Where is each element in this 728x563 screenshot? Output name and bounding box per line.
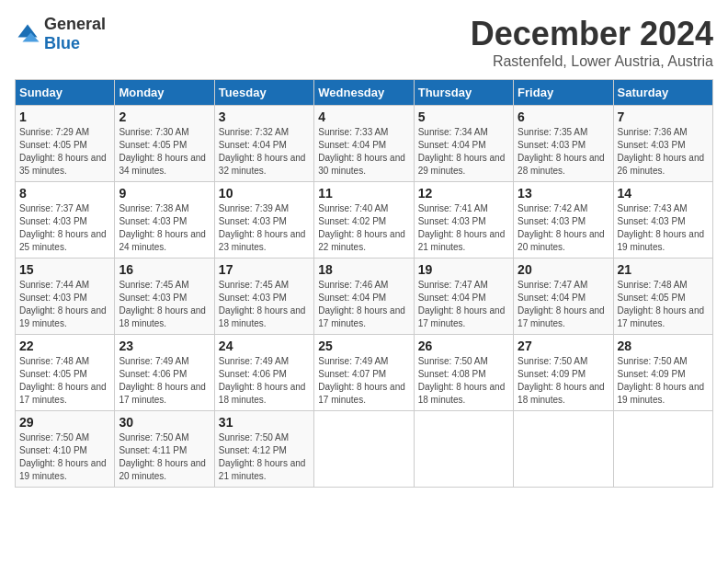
day-number: 28 — [618, 339, 709, 353]
calendar-cell: 6 Sunrise: 7:35 AMSunset: 4:03 PMDayligh… — [514, 106, 613, 182]
calendar-cell: 29 Sunrise: 7:50 AMSunset: 4:10 PMDaylig… — [16, 411, 115, 488]
calendar-cell: 3 Sunrise: 7:32 AMSunset: 4:04 PMDayligh… — [214, 106, 313, 182]
calendar-cell: 24 Sunrise: 7:49 AMSunset: 4:06 PMDaylig… — [214, 335, 313, 411]
day-info: Sunrise: 7:49 AMSunset: 4:06 PMDaylight:… — [219, 356, 306, 405]
month-title: December 2024 — [471, 15, 713, 53]
day-number: 17 — [219, 262, 310, 277]
calendar-week-row: 1 Sunrise: 7:29 AMSunset: 4:05 PMDayligh… — [16, 106, 713, 182]
calendar-cell: 26 Sunrise: 7:50 AMSunset: 4:08 PMDaylig… — [414, 335, 513, 411]
day-info: Sunrise: 7:30 AMSunset: 4:05 PMDaylight:… — [119, 127, 206, 176]
calendar-cell — [613, 411, 712, 488]
day-info: Sunrise: 7:34 AMSunset: 4:04 PMDaylight:… — [418, 127, 506, 176]
day-number: 12 — [418, 186, 509, 201]
day-number: 4 — [318, 109, 409, 124]
day-info: Sunrise: 7:47 AMSunset: 4:04 PMDaylight:… — [518, 280, 605, 328]
day-number: 24 — [219, 339, 310, 353]
day-info: Sunrise: 7:47 AMSunset: 4:04 PMDaylight:… — [418, 280, 506, 328]
day-info: Sunrise: 7:44 AMSunset: 4:03 PMDaylight:… — [19, 280, 107, 328]
calendar-cell: 13 Sunrise: 7:42 AMSunset: 4:03 PMDaylig… — [514, 182, 613, 259]
calendar-cell: 19 Sunrise: 7:47 AMSunset: 4:04 PMDaylig… — [414, 259, 513, 335]
logo-blue: Blue — [44, 34, 80, 52]
calendar-cell: 16 Sunrise: 7:45 AMSunset: 4:03 PMDaylig… — [115, 259, 214, 335]
calendar-week-row: 29 Sunrise: 7:50 AMSunset: 4:10 PMDaylig… — [16, 411, 713, 488]
logo-text: General Blue — [44, 15, 106, 53]
day-number: 8 — [19, 186, 110, 201]
day-info: Sunrise: 7:50 AMSunset: 4:08 PMDaylight:… — [418, 356, 506, 405]
calendar-week-row: 15 Sunrise: 7:44 AMSunset: 4:03 PMDaylig… — [16, 259, 713, 335]
day-number: 25 — [318, 339, 409, 353]
day-info: Sunrise: 7:49 AMSunset: 4:07 PMDaylight:… — [318, 356, 405, 405]
day-number: 27 — [518, 339, 609, 353]
day-info: Sunrise: 7:50 AMSunset: 4:09 PMDaylight:… — [518, 356, 605, 405]
day-info: Sunrise: 7:43 AMSunset: 4:03 PMDaylight:… — [618, 203, 705, 252]
weekday-header-row: SundayMondayTuesdayWednesdayThursdayFrid… — [16, 80, 713, 106]
weekday-tuesday: Tuesday — [214, 80, 313, 106]
calendar-cell: 2 Sunrise: 7:30 AMSunset: 4:05 PMDayligh… — [115, 106, 214, 182]
day-info: Sunrise: 7:50 AMSunset: 4:10 PMDaylight:… — [19, 432, 107, 481]
day-info: Sunrise: 7:46 AMSunset: 4:04 PMDaylight:… — [318, 280, 405, 328]
calendar-table: SundayMondayTuesdayWednesdayThursdayFrid… — [15, 79, 713, 488]
calendar-cell: 9 Sunrise: 7:38 AMSunset: 4:03 PMDayligh… — [115, 182, 214, 259]
calendar-cell: 14 Sunrise: 7:43 AMSunset: 4:03 PMDaylig… — [613, 182, 712, 259]
calendar-cell: 25 Sunrise: 7:49 AMSunset: 4:07 PMDaylig… — [314, 335, 414, 411]
day-number: 13 — [518, 186, 609, 201]
day-number: 1 — [19, 109, 110, 124]
weekday-sunday: Sunday — [16, 80, 115, 106]
calendar-cell — [514, 411, 613, 488]
weekday-monday: Monday — [115, 80, 214, 106]
day-info: Sunrise: 7:50 AMSunset: 4:11 PMDaylight:… — [119, 432, 206, 481]
day-info: Sunrise: 7:45 AMSunset: 4:03 PMDaylight:… — [219, 280, 306, 328]
calendar-cell: 7 Sunrise: 7:36 AMSunset: 4:03 PMDayligh… — [613, 106, 712, 182]
day-number: 6 — [518, 109, 609, 124]
calendar-cell: 27 Sunrise: 7:50 AMSunset: 4:09 PMDaylig… — [514, 335, 613, 411]
calendar-cell: 28 Sunrise: 7:50 AMSunset: 4:09 PMDaylig… — [613, 335, 712, 411]
day-info: Sunrise: 7:36 AMSunset: 4:03 PMDaylight:… — [618, 127, 705, 176]
day-number: 9 — [119, 186, 210, 201]
day-info: Sunrise: 7:37 AMSunset: 4:03 PMDaylight:… — [19, 203, 107, 252]
day-number: 14 — [618, 186, 709, 201]
day-number: 31 — [219, 415, 310, 430]
day-number: 5 — [418, 109, 509, 124]
day-info: Sunrise: 7:42 AMSunset: 4:03 PMDaylight:… — [518, 203, 605, 252]
day-info: Sunrise: 7:50 AMSunset: 4:09 PMDaylight:… — [618, 356, 705, 405]
calendar-cell: 17 Sunrise: 7:45 AMSunset: 4:03 PMDaylig… — [214, 259, 313, 335]
calendar-week-row: 22 Sunrise: 7:48 AMSunset: 4:05 PMDaylig… — [16, 335, 713, 411]
day-info: Sunrise: 7:40 AMSunset: 4:02 PMDaylight:… — [318, 203, 405, 252]
day-number: 11 — [318, 186, 409, 201]
calendar-cell: 11 Sunrise: 7:40 AMSunset: 4:02 PMDaylig… — [314, 182, 414, 259]
day-number: 23 — [119, 339, 210, 353]
day-number: 29 — [19, 415, 110, 430]
logo: General Blue — [15, 15, 106, 53]
day-number: 2 — [119, 109, 210, 124]
calendar-cell: 5 Sunrise: 7:34 AMSunset: 4:04 PMDayligh… — [414, 106, 513, 182]
calendar-body: 1 Sunrise: 7:29 AMSunset: 4:05 PMDayligh… — [16, 106, 713, 488]
day-number: 21 — [618, 262, 709, 277]
day-number: 7 — [618, 109, 709, 124]
logo-general: General — [44, 15, 106, 33]
day-info: Sunrise: 7:35 AMSunset: 4:03 PMDaylight:… — [518, 127, 605, 176]
calendar-cell: 21 Sunrise: 7:48 AMSunset: 4:05 PMDaylig… — [613, 259, 712, 335]
day-number: 22 — [19, 339, 110, 353]
day-number: 3 — [219, 109, 310, 124]
day-info: Sunrise: 7:39 AMSunset: 4:03 PMDaylight:… — [219, 203, 306, 252]
svg-marker-0 — [18, 25, 38, 38]
day-info: Sunrise: 7:29 AMSunset: 4:05 PMDaylight:… — [19, 127, 107, 176]
day-info: Sunrise: 7:33 AMSunset: 4:04 PMDaylight:… — [318, 127, 405, 176]
calendar-cell: 8 Sunrise: 7:37 AMSunset: 4:03 PMDayligh… — [16, 182, 115, 259]
calendar-cell — [314, 411, 414, 488]
calendar-cell: 20 Sunrise: 7:47 AMSunset: 4:04 PMDaylig… — [514, 259, 613, 335]
calendar-cell: 4 Sunrise: 7:33 AMSunset: 4:04 PMDayligh… — [314, 106, 414, 182]
day-info: Sunrise: 7:32 AMSunset: 4:04 PMDaylight:… — [219, 127, 306, 176]
day-info: Sunrise: 7:50 AMSunset: 4:12 PMDaylight:… — [219, 432, 306, 481]
calendar-cell: 30 Sunrise: 7:50 AMSunset: 4:11 PMDaylig… — [115, 411, 214, 488]
day-info: Sunrise: 7:41 AMSunset: 4:03 PMDaylight:… — [418, 203, 506, 252]
day-info: Sunrise: 7:38 AMSunset: 4:03 PMDaylight:… — [119, 203, 206, 252]
location-title: Rastenfeld, Lower Austria, Austria — [471, 53, 713, 70]
day-number: 20 — [518, 262, 609, 277]
calendar-cell — [414, 411, 513, 488]
calendar-cell: 23 Sunrise: 7:49 AMSunset: 4:06 PMDaylig… — [115, 335, 214, 411]
calendar-cell: 31 Sunrise: 7:50 AMSunset: 4:12 PMDaylig… — [214, 411, 313, 488]
weekday-saturday: Saturday — [613, 80, 712, 106]
day-info: Sunrise: 7:49 AMSunset: 4:06 PMDaylight:… — [119, 356, 206, 405]
header: General Blue December 2024 Rastenfeld, L… — [15, 15, 713, 70]
